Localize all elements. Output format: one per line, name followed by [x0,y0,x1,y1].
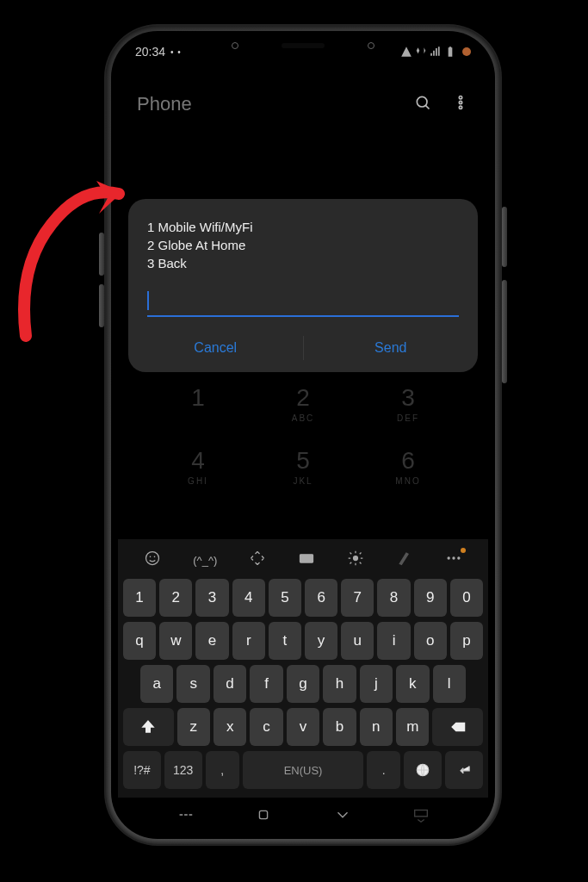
key-h[interactable]: h [323,665,356,703]
enter-key[interactable] [445,751,483,789]
key-4[interactable]: 4 [232,579,265,617]
signal-icon [430,46,442,58]
svg-point-4 [459,106,461,109]
key-n[interactable]: n [360,708,393,746]
key-c[interactable]: c [250,708,282,746]
key-9[interactable]: 9 [414,579,447,617]
svg-point-6 [150,556,152,558]
key-2[interactable]: 2 [159,579,192,617]
svg-point-17 [457,556,460,559]
space-key[interactable]: EN(US) [243,751,363,789]
back-button[interactable] [333,805,352,828]
handwriting-icon[interactable] [396,550,413,570]
comma-key[interactable]: , [206,751,239,789]
svg-point-16 [452,556,455,559]
key-7[interactable]: 7 [341,579,374,617]
key-j[interactable]: j [360,665,393,703]
cancel-button[interactable]: Cancel [128,324,303,372]
numbers-key[interactable]: 123 [164,751,202,789]
key-d[interactable]: d [214,665,246,703]
svg-point-14 [353,556,357,561]
volume-up-button [99,233,104,276]
key-r[interactable]: r [232,622,265,660]
key-b[interactable]: b [323,708,356,746]
backspace-key[interactable] [432,708,483,746]
symbols-key[interactable]: !?# [123,751,161,789]
more-icon[interactable] [452,94,469,115]
key-x[interactable]: x [214,708,246,746]
ussd-dialog: 1 Mobile Wifi/MyFi 2 Globe At Home 3 Bac… [128,199,478,372]
side-button [502,207,507,267]
ussd-menu-text: 1 Mobile Wifi/MyFi 2 Globe At Home 3 Bac… [147,218,459,272]
key-o[interactable]: o [414,622,447,660]
recents-button[interactable] [176,805,195,828]
emoji-icon[interactable] [144,550,161,570]
side-button [502,280,507,383]
key-g[interactable]: g [287,665,319,703]
svg-line-1 [425,105,429,109]
status-time: 20:34 [135,45,165,59]
key-u[interactable]: u [341,622,374,660]
ussd-input[interactable] [147,288,459,317]
page-title: Phone [137,93,192,115]
key-z[interactable]: z [177,708,210,746]
svg-point-0 [417,96,427,107]
notification-dot [462,47,471,56]
key-e[interactable]: e [195,622,228,660]
key-k[interactable]: k [396,665,429,703]
svg-point-5 [146,552,159,565]
keyboard-icon[interactable] [298,550,315,570]
key-5[interactable]: 5 [269,579,301,617]
key-1[interactable]: 1 [123,579,156,617]
key-6[interactable]: 6 [305,579,337,617]
svg-point-7 [154,556,156,558]
svg-point-15 [447,556,449,559]
key-i[interactable]: i [377,622,410,660]
home-button[interactable] [254,805,273,828]
volume-down-button [99,284,104,327]
vibrate-icon [415,46,427,58]
dial-pad: 1 2ABC 3DEF 4GHI 5JKL 6MNO [145,384,461,486]
key-8[interactable]: 8 [377,579,410,617]
key-f[interactable]: f [250,665,282,703]
more-icon[interactable] [445,550,462,570]
key-0[interactable]: 0 [450,579,483,617]
key-a[interactable]: a [140,665,173,703]
expand-icon[interactable] [249,550,266,570]
search-icon[interactable] [414,94,431,115]
key-m[interactable]: m [396,708,429,746]
language-key[interactable] [404,751,442,789]
notch [204,31,402,60]
key-w[interactable]: w [159,622,192,660]
soft-keyboard: (^_^) 1234567890 qwertyuiop asdfghjkl zx… [118,539,488,798]
svg-rect-23 [415,811,428,817]
key-p[interactable]: p [450,622,483,660]
status-icon [400,46,412,58]
key-y[interactable]: y [305,622,337,660]
key-v[interactable]: v [287,708,319,746]
period-key[interactable]: . [367,751,400,789]
key-s[interactable]: s [176,665,209,703]
svg-point-3 [459,101,461,103]
key-t[interactable]: t [269,622,301,660]
shift-key[interactable] [123,708,174,746]
phone-frame: 20:34 • • Phone 1 [106,26,500,844]
key-q[interactable]: q [123,622,156,660]
key-3[interactable]: 3 [195,579,228,617]
kaomoji-icon[interactable]: (^_^) [193,554,217,567]
keyboard-hide-icon[interactable] [412,805,430,828]
svg-rect-22 [260,811,268,818]
battery-icon [444,46,456,58]
key-l[interactable]: l [433,665,466,703]
app-header: Phone [111,78,495,130]
send-button[interactable]: Send [304,324,479,372]
settings-icon[interactable] [347,550,364,570]
svg-point-2 [459,96,461,99]
svg-rect-8 [300,555,313,562]
android-navbar [111,799,495,834]
